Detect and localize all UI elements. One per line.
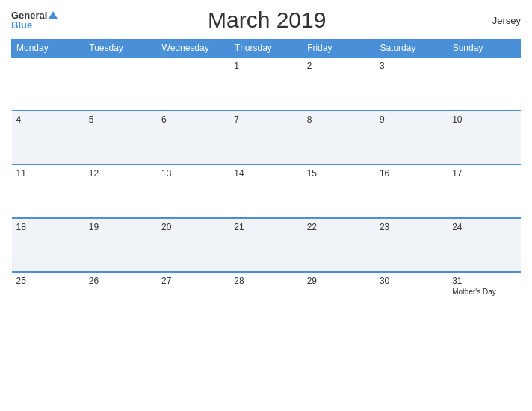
day-number: 27: [161, 276, 171, 286]
day-number: 1: [234, 61, 239, 71]
table-row: 12: [84, 164, 157, 218]
table-row: 4: [12, 111, 84, 164]
location-text: Jersey: [476, 15, 521, 26]
col-friday: Friday: [303, 40, 375, 58]
calendar-row: 18192021222324: [12, 218, 521, 272]
col-tuesday: Tuesday: [84, 40, 157, 58]
logo: General Blue: [11, 10, 58, 30]
table-row: 23: [375, 218, 448, 272]
day-number: 19: [89, 222, 99, 232]
day-number: 15: [307, 168, 317, 179]
calendar-row: 45678910: [12, 111, 521, 164]
table-row: 18: [12, 218, 84, 272]
table-row: 1: [229, 57, 302, 111]
col-wednesday: Wednesday: [157, 40, 229, 58]
table-row: 14: [229, 164, 302, 218]
table-row: 7: [229, 111, 302, 164]
logo-triangle-icon: [49, 11, 58, 19]
calendar-row: 123: [12, 57, 521, 111]
col-sunday: Sunday: [448, 40, 520, 58]
day-number: 20: [161, 222, 171, 232]
day-number: 30: [380, 276, 389, 286]
day-number: 16: [380, 168, 389, 179]
table-row: 25: [12, 272, 84, 326]
day-number: 4: [16, 114, 22, 125]
table-row: 21: [229, 218, 302, 272]
calendar-event: Mother's Day: [452, 288, 516, 296]
day-number: 14: [234, 168, 244, 179]
table-row: [12, 57, 84, 111]
table-row: [84, 57, 157, 111]
table-row: [448, 57, 520, 111]
table-row: 16: [375, 164, 448, 218]
day-number: 21: [234, 222, 244, 232]
table-row: 19: [84, 218, 157, 272]
day-number: 2: [307, 61, 312, 71]
table-row: 30: [375, 272, 448, 326]
table-row: 28: [229, 272, 302, 326]
day-number: 18: [16, 222, 26, 232]
table-row: 29: [303, 272, 375, 326]
day-number: 26: [89, 276, 99, 286]
day-number: 22: [307, 222, 317, 232]
table-row: 27: [157, 272, 229, 326]
day-number: 8: [307, 114, 312, 125]
day-number: 28: [234, 276, 244, 286]
day-number: 5: [89, 114, 94, 125]
table-row: 17: [448, 164, 520, 218]
table-row: 8: [303, 111, 375, 164]
table-row: 26: [84, 272, 157, 326]
table-row: 3: [375, 57, 448, 111]
col-thursday: Thursday: [229, 40, 302, 58]
day-number: 11: [16, 168, 26, 179]
table-row: 11: [12, 164, 84, 218]
calendar-title: March 2019: [58, 7, 476, 33]
table-row: 6: [157, 111, 229, 164]
logo-blue-text: Blue: [11, 20, 32, 30]
calendar-row: 11121314151617: [12, 164, 521, 218]
table-row: 2: [303, 57, 375, 111]
day-number: 3: [380, 61, 385, 71]
calendar-header-row: Monday Tuesday Wednesday Thursday Friday…: [12, 40, 521, 58]
table-row: 5: [84, 111, 157, 164]
table-row: [157, 57, 229, 111]
table-row: 13: [157, 164, 229, 218]
day-number: 7: [234, 114, 239, 125]
page: General Blue March 2019 Jersey Monday Tu…: [0, 0, 532, 411]
day-number: 29: [307, 276, 317, 286]
table-row: 20: [157, 218, 229, 272]
col-monday: Monday: [12, 40, 84, 58]
col-saturday: Saturday: [375, 40, 448, 58]
calendar-row: 25262728293031Mother's Day: [12, 272, 521, 326]
table-row: 10: [448, 111, 520, 164]
day-number: 17: [452, 168, 462, 179]
table-row: 22: [303, 218, 375, 272]
day-number: 10: [452, 114, 462, 125]
day-number: 23: [380, 222, 389, 232]
day-number: 6: [161, 114, 167, 125]
header: General Blue March 2019 Jersey: [11, 7, 521, 33]
calendar-header: Monday Tuesday Wednesday Thursday Friday…: [12, 40, 521, 58]
table-row: 24: [448, 218, 520, 272]
table-row: 31Mother's Day: [448, 272, 520, 326]
table-row: 9: [375, 111, 448, 164]
day-number: 25: [16, 276, 26, 286]
table-row: 15: [303, 164, 375, 218]
calendar-body: 1234567891011121314151617181920212223242…: [12, 57, 521, 326]
day-number: 12: [89, 168, 99, 179]
day-number: 13: [161, 168, 171, 179]
day-number: 31: [452, 276, 462, 286]
day-number: 9: [380, 114, 385, 125]
calendar-table: Monday Tuesday Wednesday Thursday Friday…: [11, 39, 521, 326]
day-number: 24: [452, 222, 462, 232]
